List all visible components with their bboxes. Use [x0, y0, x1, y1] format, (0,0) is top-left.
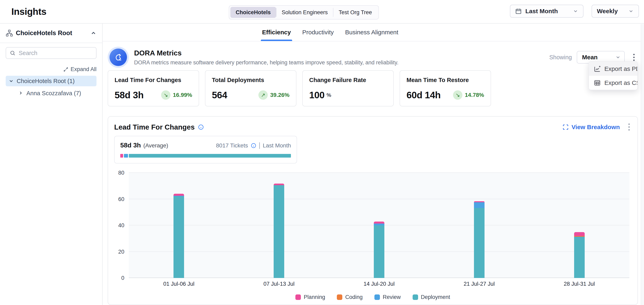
legend-item-review[interactable]: Review	[374, 294, 401, 300]
period-value: Last Month	[525, 8, 558, 15]
chevron-down-icon	[628, 8, 634, 14]
metric-value: 60d 14h	[406, 89, 441, 100]
y-axis-tick-label: 0	[121, 275, 124, 281]
metric-value: 58d 3h	[114, 89, 144, 100]
view-tabs-row: Efficiency Productivity Business Alignme…	[102, 23, 644, 41]
aggregation-value: Mean	[582, 54, 598, 61]
trend-badge: ↘ 16.99%	[161, 90, 192, 100]
chart-kebab-menu-button[interactable]	[627, 122, 632, 132]
legend-item-coding[interactable]: Coding	[337, 294, 363, 300]
card-total-deployments[interactable]: Total Deployments 564 ↗ 39.26%	[205, 70, 296, 106]
chart-section-title: Lead Time For Changes	[114, 123, 194, 131]
bar-segment-planning	[374, 222, 384, 224]
review-swatch	[374, 295, 380, 300]
plot-area: 020406080	[129, 172, 629, 278]
vertical-scrollbar[interactable]	[641, 24, 644, 305]
top-bar-controls: Last Month Weekly	[510, 5, 639, 18]
y-axis-tick-label: 40	[118, 222, 124, 229]
org-tab-test-org-tree[interactable]: Test Org Tree	[334, 7, 377, 18]
stacked-bar-4[interactable]	[474, 201, 484, 278]
bar-segment-review	[474, 202, 484, 208]
bar-segment-deployment	[274, 185, 284, 278]
bar-segment-deployment	[174, 196, 184, 278]
dora-title: DORA Metrics	[134, 49, 398, 57]
tree-item-label: Anna Scozzafava (7)	[26, 90, 81, 97]
chevron-up-icon[interactable]	[90, 30, 96, 36]
tab-efficiency[interactable]: Efficiency	[262, 23, 291, 41]
divider	[259, 142, 260, 149]
trend-arrow-icon: ↘	[164, 92, 168, 98]
export-as-csv-menu-item[interactable]: Export as CSV	[589, 76, 637, 90]
x-axis-label: 07 Jul-13 Jul	[229, 281, 329, 287]
stacked-bar-1[interactable]	[174, 194, 184, 278]
page-title: Insights	[12, 6, 46, 17]
sidebar-body: Expand All ChoiceHotels Root (1) Anna Sc…	[0, 43, 102, 103]
main-content: Efficiency Productivity Business Alignme…	[102, 23, 644, 305]
trend-badge: ↘ 14.78%	[453, 90, 484, 100]
top-bar: Insights ChoiceHotels Solution Engineers…	[0, 0, 644, 23]
search-input[interactable]	[19, 50, 92, 56]
dora-kebab-menu-button[interactable]	[632, 52, 636, 62]
stacked-bar-5[interactable]	[574, 232, 585, 278]
card-mean-time-to-restore[interactable]: Mean Time To Restore 60d 14h ↘ 14.78%	[400, 70, 491, 106]
card-lead-time-for-changes[interactable]: Lead Time For Changes 58d 3h ↘ 16.99%	[108, 70, 199, 106]
deployment-swatch	[412, 295, 418, 300]
average-summary-box: 58d 3h (Average) 8017 Tickets Last Month	[114, 136, 297, 163]
trend-badge: ↗ 39.26%	[258, 90, 290, 100]
granularity-dropdown[interactable]: Weekly	[592, 5, 639, 18]
bar-segment-review	[374, 224, 384, 225]
y-axis-tick-label: 60	[118, 196, 124, 202]
stacked-bar-2[interactable]	[274, 184, 284, 278]
info-icon[interactable]	[251, 143, 256, 148]
average-value: 58d 3h	[120, 142, 141, 149]
org-tree-icon	[6, 29, 13, 37]
dora-cycle-icon	[110, 48, 127, 66]
calendar-icon	[515, 8, 522, 14]
legend-item-deployment[interactable]: Deployment	[412, 294, 450, 300]
trend-arrow-icon: ↘	[456, 92, 460, 98]
bar-segment-deployment	[474, 208, 484, 278]
showing-label: Showing	[549, 54, 572, 61]
org-tree: ChoiceHotels Root (1) Anna Scozzafava (7…	[6, 76, 96, 98]
export-as-pdf-menu-item[interactable]: Export as PDF	[589, 62, 637, 76]
x-axis-label: 21 Jul-27 Jul	[429, 281, 529, 287]
lead-time-chart-card: Lead Time For Changes	[108, 116, 638, 305]
dora-description: DORA metrics measure software delivery p…	[134, 59, 398, 66]
bar-segment-planning	[574, 232, 585, 236]
coding-swatch	[337, 295, 342, 300]
chart-line-plus-icon	[594, 65, 601, 72]
card-change-failure-rate[interactable]: Change Failure Rate 100 %	[302, 70, 394, 106]
chevron-down-icon	[615, 55, 621, 60]
tree-item-anna[interactable]: Anna Scozzafava (7)	[6, 88, 96, 98]
y-axis-tick-label: 20	[118, 249, 124, 255]
table-icon	[594, 79, 601, 86]
chevron-right-icon[interactable]	[18, 91, 24, 96]
summary-period-label: Last Month	[263, 142, 291, 149]
chevron-down-icon[interactable]	[8, 78, 14, 84]
granularity-value: Weekly	[597, 8, 618, 15]
sidebar-root-label: ChoiceHotels Root	[16, 29, 88, 37]
export-menu: Export as PDF Export as CSV	[588, 61, 638, 90]
tab-business-alignment[interactable]: Business Alignment	[345, 23, 398, 41]
sidebar-search[interactable]	[6, 47, 96, 59]
chevron-down-icon	[573, 8, 578, 14]
org-tab-choicehotels[interactable]: ChoiceHotels	[230, 7, 276, 18]
sidebar-header[interactable]: ChoiceHotels Root	[0, 23, 102, 43]
expand-all-icon	[63, 67, 68, 72]
stacked-bar-3[interactable]	[374, 222, 384, 278]
info-icon[interactable]	[198, 124, 204, 130]
tree-item-label: ChoiceHotels Root (1)	[17, 78, 74, 84]
expand-all-button[interactable]: Expand All	[6, 66, 96, 72]
trend-arrow-icon: ↗	[261, 92, 265, 98]
legend-item-planning[interactable]: Planning	[296, 294, 325, 300]
tree-item-root[interactable]: ChoiceHotels Root (1)	[6, 76, 96, 86]
insights-app: Insights ChoiceHotels Solution Engineers…	[0, 0, 644, 305]
chart-legend: Planning Coding Review Deployment	[114, 294, 632, 300]
tab-productivity[interactable]: Productivity	[302, 23, 334, 41]
dora-titles: DORA Metrics DORA metrics measure softwa…	[134, 49, 398, 66]
planning-swatch	[296, 295, 301, 300]
org-tab-solution-engineers[interactable]: Solution Engineers	[276, 7, 333, 18]
period-dropdown[interactable]: Last Month	[510, 5, 584, 18]
view-breakdown-button[interactable]: View Breakdown	[562, 124, 620, 131]
tickets-count: 8017 Tickets	[216, 142, 248, 149]
